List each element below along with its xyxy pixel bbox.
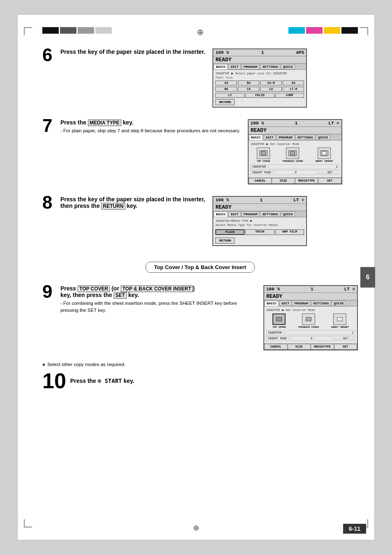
step-6-left: 6 Press the key of the paper size placed… xyxy=(42,48,205,108)
lcd9-btn-mediatype[interactable]: MEDIATYPE xyxy=(311,344,334,350)
lcd-7-tab-program[interactable]: PROGRAM xyxy=(277,135,295,140)
lcd-7-tab-basic[interactable]: BASIC xyxy=(249,135,263,140)
lcd-btn-cancel[interactable]: CANCEL xyxy=(249,178,272,184)
lcd-7-icons: TOP COVER TOP&BACK COVER xyxy=(251,147,339,163)
lcd-icon9-sheet-insert-label: SHEET INSERT xyxy=(331,326,349,329)
lcd-7-inserter-row: INSERTER ▶ Set Inserter Mode xyxy=(251,142,339,146)
start-key[interactable]: ⊙ START xyxy=(98,378,122,384)
lcd9-set-mini: ......SET... xyxy=(333,337,353,340)
lcd-btn-a4r[interactable]: A4-R xyxy=(260,81,282,85)
lcd-8-media-grid: PLAIN THICK OHP FILM xyxy=(215,229,304,235)
step-9-screen: 100 % 1 LT ≡ READY BASIC EDIT PROGRAM SE… xyxy=(263,285,358,350)
lcd-8-tab-edit[interactable]: EDIT xyxy=(228,212,240,217)
lcd-btn-a3[interactable]: A3 xyxy=(215,81,237,85)
bar-llgray xyxy=(95,27,112,34)
lcd-6-tab-program[interactable]: PROGRAM xyxy=(242,64,260,69)
lcd-btn-ld[interactable]: LD xyxy=(238,87,260,92)
lcd9-btn-cancel[interactable]: CANCEL xyxy=(264,344,288,350)
lcd-7-tab-settings[interactable]: SETTINGS xyxy=(295,135,315,140)
step-7-number: 7 xyxy=(42,117,58,184)
lcd-8-tab-quick[interactable]: QUICK xyxy=(281,212,295,217)
lcd-6-tab-settings[interactable]: SETTINGS xyxy=(260,64,280,69)
lcd-btn-folio[interactable]: FOLIO xyxy=(245,93,274,98)
lcd-9-info: INSERTER : 1 xyxy=(266,330,355,335)
lcd-6-paper-size-label: Paper Size xyxy=(215,76,304,79)
lcd-icon-sheet-insert-label: SHEET INSERT xyxy=(315,160,333,163)
lcd-8-tab-program[interactable]: PROGRAM xyxy=(242,212,260,217)
lcd-9-tab-basic[interactable]: BASIC xyxy=(265,301,279,306)
lcd-icon9-topback-cover[interactable]: TOP&BACK COVER xyxy=(298,313,318,329)
lcd-btn-set[interactable]: SET xyxy=(318,178,341,184)
lcd9-btn-set[interactable]: SET xyxy=(334,344,357,350)
lcd-7-tab-edit[interactable]: EDIT xyxy=(264,135,276,140)
lcd-8-tab-basic[interactable]: BASIC xyxy=(214,212,228,217)
lcd-6: 100 % 1 APS READY BASIC EDIT PROGRAM SET… xyxy=(212,48,307,108)
lcd9-inserter-num-label: INSERTER : xyxy=(268,331,285,334)
lcd9-btn-size[interactable]: SIZE xyxy=(288,344,311,350)
return-key[interactable]: RETURN xyxy=(101,203,125,210)
lcd-8-tab-settings[interactable]: SETTINGS xyxy=(260,212,280,217)
lcd-7-pct: 100 % xyxy=(251,121,264,126)
lcd-icon-topback-cover[interactable]: TOP&BACK COVER xyxy=(282,147,303,163)
lcd-btn-ohp[interactable]: OHP FILM xyxy=(275,229,304,235)
section-header: Top Cover / Top & Back Cover Insert xyxy=(145,262,255,273)
lcd-btn-a4[interactable]: A4 xyxy=(283,81,304,85)
left-color-bars xyxy=(42,27,112,34)
lcd-8-return-btn[interactable]: RETURN xyxy=(215,237,235,244)
lcd-9-copies: 1 xyxy=(311,287,314,292)
lcd-btn-mediatype[interactable]: MEDIATYPE xyxy=(295,178,318,184)
set-key[interactable]: SET xyxy=(114,292,127,299)
lcd-btn-ltr[interactable]: LT-R xyxy=(283,87,304,92)
top-cover-icon xyxy=(257,147,270,159)
lcd-8-instruction-row: Select Media Type for Inserter Media. xyxy=(215,223,304,227)
step-10-title: Press the ⊙ START key. xyxy=(70,378,134,384)
bar-magenta xyxy=(306,27,323,34)
lcd-7-tab-quick[interactable]: QUICK xyxy=(316,135,330,140)
lcd-btn-lg[interactable]: LG xyxy=(260,87,282,92)
lcd-btn-b4[interactable]: B4 xyxy=(238,81,260,85)
lcd-6-top: 100 % 1 APS xyxy=(213,49,306,56)
media-type-key[interactable]: MEDIA TYPE xyxy=(88,120,121,126)
lcd-btn-thick[interactable]: THICK xyxy=(245,229,274,235)
topback-cover-icon xyxy=(286,147,299,159)
crosshair-symbol: ⊕ xyxy=(197,27,204,37)
lcd-9-tab-settings[interactable]: SETTINGS xyxy=(311,301,331,306)
lcd-9-pct: 100 % xyxy=(266,287,280,292)
top-back-cover-key[interactable]: TOP & BACK COVER INSERT xyxy=(121,286,193,292)
lcd-btn-b5[interactable]: B5 xyxy=(215,87,237,92)
lcd-7-instruction: Set Inserter Mode xyxy=(268,143,300,146)
lcd-icon9-sheet-insert[interactable]: SHEET INSERT xyxy=(331,313,349,329)
lcd-icon9-top-cover[interactable]: TOP COVER xyxy=(272,313,286,329)
step-6-screen: 100 % 1 APS READY BASIC EDIT PROGRAM SET… xyxy=(212,48,307,108)
lcd-8-tabs: BASIC EDIT PROGRAM SETTINGS QUICK xyxy=(213,211,306,217)
topback-cover-icon-9 xyxy=(302,313,315,325)
lcd-btn-lt[interactable]: LT xyxy=(215,93,244,98)
step-7-block: 7 Press the MEDIA TYPE key. - For plain … xyxy=(42,119,358,184)
lcd-9-tab-program[interactable]: PROGRAM xyxy=(292,301,310,306)
lcd-7-page-info: INSERT PAGE : 0 ......SET... xyxy=(251,170,339,175)
lcd-9-bottom: CANCEL SIZE MEDIATYPE SET xyxy=(264,343,357,350)
lcd-6-tab-basic[interactable]: BASIC xyxy=(214,64,228,69)
lcd-btn-comp[interactable]: COMP xyxy=(275,93,304,98)
lcd-icon-top-cover[interactable]: TOP COVER xyxy=(257,147,270,163)
lcd-8-mode: LT ≡ xyxy=(293,198,304,203)
lcd-6-pct: 100 % xyxy=(215,50,229,55)
lcd-6-return-btn[interactable]: RETURN xyxy=(215,99,235,105)
corner-mark-bl xyxy=(24,519,32,527)
lcd-8-pct: 100 % xyxy=(215,198,229,203)
lcd-6-tab-quick[interactable]: QUICK xyxy=(281,64,295,69)
lcd-icon9-topback-label: TOP&BACK COVER xyxy=(298,326,318,329)
lcd-9-tab-edit[interactable]: EDIT xyxy=(279,301,291,306)
lcd-icon-topback-label: TOP&BACK COVER xyxy=(282,160,303,163)
lcd-btn-size[interactable]: SIZE xyxy=(272,178,295,184)
right-color-bars xyxy=(288,27,358,34)
lcd-btn-plain[interactable]: PLAIN xyxy=(215,229,244,235)
lcd-6-tab-edit[interactable]: EDIT xyxy=(228,64,240,69)
lcd-8: 100 % 1 LT ≡ READY BASIC EDIT PROGRAM SE… xyxy=(212,196,307,246)
lcd-8-inserter-row: INSERTER /MEDIA TYPE ▶ xyxy=(215,219,304,223)
step-7-desc: - For plain paper, skip step 7 and step … xyxy=(60,127,240,134)
lcd-9-tab-quick[interactable]: QUICK xyxy=(332,301,346,306)
top-cover-key[interactable]: TOP COVER xyxy=(78,286,110,292)
lcd-icon-sheet-insert[interactable]: SHEET INSERT xyxy=(315,147,333,163)
step-9-text: Press TOP COVER (or TOP & BACK COVER INS… xyxy=(60,285,256,350)
